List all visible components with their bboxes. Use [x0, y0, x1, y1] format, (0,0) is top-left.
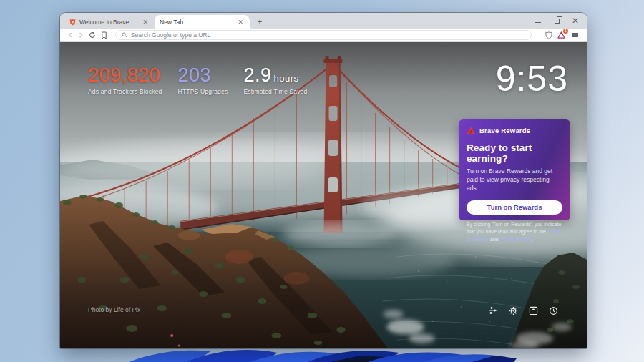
- clock: 9:53: [496, 61, 568, 97]
- address-bar[interactable]: [115, 30, 532, 40]
- window-controls: ✕: [534, 13, 580, 29]
- stat-time-saved: 2.9hours Estimated Time Saved: [243, 66, 307, 95]
- rewards-card-app-name: Brave Rewards: [479, 127, 530, 134]
- tab-title: New Tab: [160, 19, 233, 26]
- stat-value: 209,820: [88, 66, 162, 85]
- toolbar-divider: [540, 31, 540, 39]
- history-icon[interactable]: [547, 305, 559, 316]
- rewards-card-title: Ready to start earning?: [467, 142, 562, 164]
- stat-value: 2.9hours: [243, 66, 307, 85]
- back-icon[interactable]: [67, 32, 73, 38]
- turn-on-rewards-button[interactable]: Turn on Rewards: [467, 200, 562, 215]
- new-tab-page: 209,820 Ads and Trackers Blocked 203 HTT…: [60, 42, 587, 348]
- tab-welcome-to-brave[interactable]: Welcome to Brave ✕: [64, 15, 155, 29]
- newtab-actions: [487, 305, 559, 316]
- rewards-card-body: Turn on Brave Rewards and get paid to vi…: [467, 167, 562, 193]
- stat-label: Ads and Trackers Blocked: [88, 88, 162, 95]
- brave-shields-icon[interactable]: [545, 31, 552, 39]
- reload-icon[interactable]: [89, 31, 96, 39]
- browser-window: Welcome to Brave ✕ New Tab ✕ + ✕: [60, 13, 587, 348]
- tab-close-icon[interactable]: ✕: [236, 19, 245, 26]
- brave-favicon: [69, 19, 76, 26]
- photo-credit: Photo by Life of Pix: [88, 306, 140, 313]
- stat-unit: hours: [273, 73, 298, 84]
- search-icon: [122, 32, 127, 38]
- stat-label: Estimated Time Saved: [243, 88, 307, 95]
- bookmarks-icon[interactable]: [527, 305, 539, 316]
- new-tab-button[interactable]: +: [254, 16, 265, 27]
- close-button[interactable]: ✕: [571, 16, 580, 25]
- desktop-wallpaper-bloom: [116, 348, 517, 362]
- tab-new-tab[interactable]: New Tab ✕: [155, 15, 250, 29]
- rewards-card-header: Brave Rewards: [467, 127, 562, 134]
- stat-https-upgrades: 203 HTTPS Upgrades: [178, 66, 228, 95]
- browser-toolbar: 1: [60, 29, 587, 42]
- brave-rewards-icon[interactable]: 1: [557, 31, 565, 39]
- customize-icon[interactable]: [487, 305, 499, 316]
- stat-value: 203: [178, 66, 228, 85]
- forward-icon[interactable]: [78, 32, 84, 38]
- menu-icon[interactable]: [570, 31, 580, 39]
- tab-close-icon[interactable]: ✕: [141, 19, 150, 26]
- maximize-button[interactable]: [552, 16, 561, 25]
- tab-title: Welcome to Brave: [79, 19, 137, 26]
- url-input[interactable]: [131, 31, 525, 39]
- privacy-policy-link[interactable]: Privacy Policy: [500, 237, 531, 242]
- rewards-disclaimer: By clicking 'Turn on Rewards', you indic…: [467, 221, 562, 244]
- stat-label: HTTPS Upgrades: [178, 88, 228, 95]
- minimize-button[interactable]: [534, 16, 542, 25]
- bookmark-icon[interactable]: [101, 31, 107, 39]
- stat-ads-blocked: 209,820 Ads and Trackers Blocked: [88, 66, 162, 95]
- bat-triangle-icon: [467, 127, 475, 134]
- tab-strip: Welcome to Brave ✕ New Tab ✕ + ✕: [60, 13, 587, 29]
- brave-rewards-card: Brave Rewards Ready to start earning? Tu…: [459, 119, 570, 220]
- privacy-stats: 209,820 Ads and Trackers Blocked 203 HTT…: [88, 66, 323, 95]
- rewards-badge: 1: [563, 29, 568, 34]
- settings-gear-icon[interactable]: [507, 305, 519, 316]
